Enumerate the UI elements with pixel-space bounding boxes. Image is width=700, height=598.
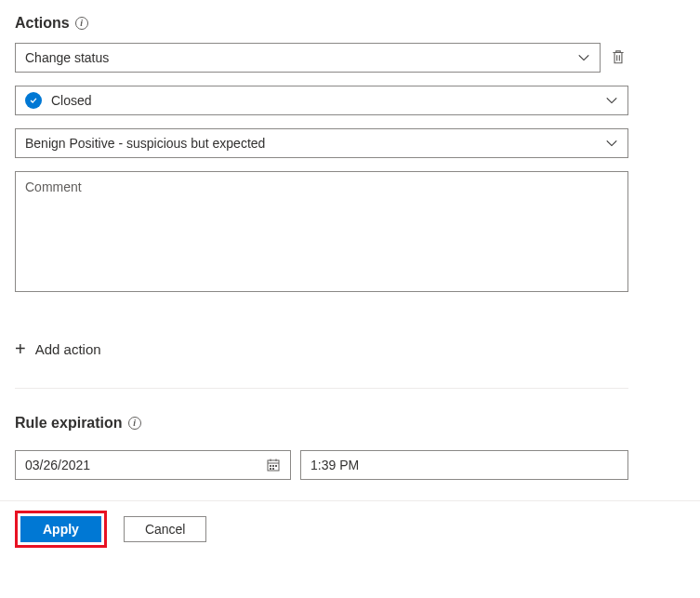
- apply-highlight: Apply: [15, 511, 107, 548]
- chevron-down-icon: [577, 51, 590, 64]
- svg-rect-7: [270, 468, 271, 470]
- add-action-label: Add action: [35, 341, 101, 357]
- dialog-footer: Apply Cancel: [15, 501, 685, 548]
- delete-action-icon[interactable]: [610, 48, 628, 67]
- status-value: Closed: [51, 93, 605, 108]
- info-icon[interactable]: i: [75, 17, 88, 30]
- expiration-label: Rule expiration: [15, 415, 123, 432]
- actions-label: Actions: [15, 15, 70, 32]
- classification-dropdown[interactable]: Benign Positive - suspicious but expecte…: [15, 128, 628, 158]
- svg-rect-6: [275, 465, 277, 467]
- expiration-date-value: 03/26/2021: [25, 458, 266, 472]
- cancel-button[interactable]: Cancel: [124, 516, 207, 542]
- svg-rect-8: [272, 468, 274, 470]
- svg-rect-4: [270, 465, 271, 467]
- chevron-down-icon: [605, 94, 618, 107]
- apply-button[interactable]: Apply: [20, 516, 101, 542]
- svg-rect-5: [272, 465, 274, 467]
- plus-icon: +: [15, 339, 26, 358]
- chevron-down-icon: [605, 137, 618, 150]
- comment-input[interactable]: [15, 171, 628, 292]
- expiration-date-input[interactable]: 03/26/2021: [15, 450, 291, 480]
- status-dropdown[interactable]: Closed: [15, 86, 628, 115]
- section-divider: [15, 388, 628, 389]
- calendar-icon: [266, 458, 281, 472]
- info-icon[interactable]: i: [128, 417, 141, 430]
- check-circle-icon: [25, 92, 42, 109]
- expiration-heading: Rule expiration i: [15, 415, 141, 432]
- action-type-value: Change status: [25, 50, 577, 65]
- actions-heading: Actions i: [15, 15, 88, 32]
- expiration-time-input[interactable]: 1:39 PM: [300, 450, 628, 480]
- classification-value: Benign Positive - suspicious but expecte…: [25, 136, 605, 151]
- action-type-dropdown[interactable]: Change status: [15, 43, 601, 73]
- add-action-button[interactable]: + Add action: [15, 339, 101, 358]
- expiration-time-value: 1:39 PM: [310, 458, 618, 472]
